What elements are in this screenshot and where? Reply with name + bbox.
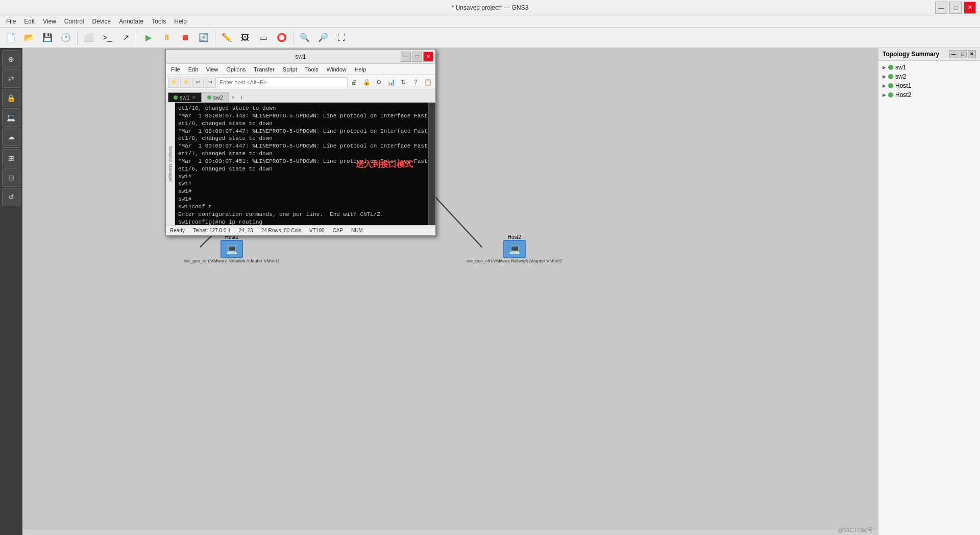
term-line-5: et1/8, changed state to down: [178, 135, 425, 142]
term-menu-transfer[interactable]: Transfer: [251, 66, 278, 73]
h-scrollbar[interactable]: [22, 528, 878, 535]
topo-item-host1[interactable]: ▶ Host1: [880, 81, 978, 90]
end-device-button[interactable]: 💻: [2, 108, 20, 127]
term-menu-view[interactable]: View: [203, 66, 222, 73]
snapshot-button[interactable]: 🕐: [57, 29, 75, 46]
term-menu-options[interactable]: Options: [223, 66, 249, 73]
term-tool-help[interactable]: ?: [410, 77, 421, 88]
console-all-button[interactable]: >_: [99, 29, 116, 46]
add-link-button[interactable]: ↗: [117, 29, 134, 46]
term-line-13: sw1#: [178, 196, 425, 203]
rect-button[interactable]: ▭: [255, 29, 272, 46]
topo-minimize[interactable]: —: [949, 50, 958, 58]
minimize-button[interactable]: —: [935, 2, 947, 14]
terminal-menubar: File Edit View Options Transfer Script T…: [166, 64, 435, 75]
menu-help[interactable]: Help: [170, 17, 191, 26]
chevron-host2: ▶: [883, 92, 886, 98]
topo-close[interactable]: ✕: [968, 50, 976, 58]
node-sublabel-host1: nio_gen_eth:VMware Network Adapter VMnet…: [184, 258, 280, 263]
title-bar: * Unsaved project* — GNS3 — □ ✕: [0, 0, 980, 15]
term-host-input[interactable]: [217, 77, 348, 87]
zoom-in-button[interactable]: 🔍: [296, 29, 313, 46]
term-tool-2[interactable]: ⚡: [180, 77, 191, 88]
zoom-fit-button[interactable]: ⛶: [333, 29, 350, 46]
topo-label-host2: Host2: [895, 91, 911, 99]
term-menu-script[interactable]: Script: [280, 66, 300, 73]
separator-btn: [2, 147, 20, 148]
filter-button[interactable]: ⊟: [2, 168, 20, 187]
terminal-tabs: sw1 ✕ sw2 ‹ ›: [166, 89, 435, 103]
term-tool-3[interactable]: ↩: [192, 77, 204, 88]
term-tool-print[interactable]: 🖨: [349, 77, 360, 88]
term-tool-settings[interactable]: ⚙: [373, 77, 384, 88]
term-menu-window[interactable]: Window: [324, 66, 350, 73]
router-button[interactable]: ⊕: [2, 50, 20, 68]
image-button[interactable]: 🖼: [236, 29, 254, 46]
term-tool-monitor[interactable]: 📊: [385, 77, 397, 88]
topo-item-sw1[interactable]: ▶ sw1: [880, 63, 978, 72]
menu-view[interactable]: View: [39, 17, 60, 26]
zoom-out-button[interactable]: 🔎: [314, 29, 332, 46]
term-menu-edit[interactable]: Edit: [185, 66, 201, 73]
menu-edit[interactable]: Edit: [20, 17, 39, 26]
separator-3: [215, 31, 215, 45]
menu-control[interactable]: Control: [60, 17, 88, 26]
maximize-button[interactable]: □: [949, 2, 962, 14]
term-tool-1[interactable]: ⚡: [168, 77, 179, 88]
status-dot-host1: [888, 83, 893, 88]
term-menu-file[interactable]: File: [168, 66, 183, 73]
tab-label-sw1: sw1: [180, 94, 190, 101]
firewall-button[interactable]: 🔒: [2, 89, 20, 107]
ellipse-button[interactable]: ⭕: [273, 29, 290, 46]
term-tool-extra[interactable]: 📋: [422, 77, 433, 88]
topo-item-host2[interactable]: ▶ Host2: [880, 90, 978, 100]
reload-button[interactable]: 🔄: [195, 29, 212, 46]
new-button[interactable]: 📄: [2, 29, 19, 46]
tab-sw2[interactable]: sw2: [202, 92, 229, 102]
topo-float[interactable]: □: [959, 50, 967, 58]
terminal-maximize-btn[interactable]: □: [412, 52, 422, 62]
menu-tools[interactable]: Tools: [148, 17, 170, 26]
switch-button[interactable]: ⇄: [2, 69, 20, 88]
chevron-sw1: ▶: [883, 65, 886, 70]
tab-prev[interactable]: ‹: [229, 92, 237, 102]
menu-file[interactable]: File: [2, 17, 20, 26]
terminal-close-btn[interactable]: ✕: [423, 52, 433, 62]
edit-node-button[interactable]: ✏️: [218, 29, 235, 46]
status-dot-sw2: [888, 74, 893, 79]
close-button[interactable]: ✕: [964, 2, 976, 14]
chevron-sw2: ▶: [883, 74, 886, 79]
menu-device[interactable]: Device: [88, 17, 115, 26]
term-menu-help[interactable]: Help: [352, 66, 370, 73]
topo-item-sw2[interactable]: ▶ sw2: [880, 72, 978, 81]
node-host2[interactable]: Host2 💻 nio_gen_eth:VMware Network Adapt…: [467, 234, 562, 263]
canvas-area[interactable]: f1 ⇄ sw1 ⇄ sw2 Host1 💻 nio_gen_eth:VMwar…: [22, 48, 878, 535]
save-button[interactable]: 💾: [39, 29, 56, 46]
term-tool-lock[interactable]: 🔒: [361, 77, 372, 88]
open-button[interactable]: 📂: [20, 29, 38, 46]
stop-button[interactable]: ⏹: [177, 29, 194, 46]
term-line-15: Enter configuration commands, one per li…: [178, 211, 425, 218]
term-menu-tools[interactable]: Tools: [302, 66, 322, 73]
select-button[interactable]: ⬜: [80, 29, 97, 46]
term-tool-transfer2[interactable]: ⇅: [398, 77, 409, 88]
cloud-button[interactable]: ☁: [2, 128, 20, 146]
start-button[interactable]: ▶: [140, 29, 157, 46]
menu-annotate[interactable]: Annotate: [115, 17, 148, 26]
terminal-minimize-btn[interactable]: —: [401, 52, 411, 62]
term-status-position: 24, 23: [239, 228, 253, 233]
term-tool-4[interactable]: ↪: [205, 77, 216, 88]
terminal-content[interactable]: et1/10, changed state to down *Mar 1 00:…: [175, 103, 428, 225]
node-host1[interactable]: Host1 💻 nio_gen_eth:VMware Network Adapt…: [184, 234, 280, 263]
pause-button[interactable]: ⏸: [158, 29, 176, 46]
all-devices-button[interactable]: ⊞: [2, 149, 20, 167]
term-line-4: *Mar 1 00:00:07.447: %LINEPROTO-5-UPDOWN…: [178, 128, 425, 135]
tab-sw1[interactable]: sw1 ✕: [168, 92, 202, 102]
session-bar: Session Manager: [166, 103, 175, 225]
tab-next[interactable]: ›: [237, 92, 246, 102]
term-line-16: sw1(config)#no ip routing: [178, 218, 425, 225]
refresh-button[interactable]: ↺: [2, 188, 20, 206]
terminal-scrollbar[interactable]: [428, 103, 435, 225]
tab-close-sw1[interactable]: ✕: [192, 95, 196, 100]
term-status-ready: Ready: [170, 228, 185, 233]
